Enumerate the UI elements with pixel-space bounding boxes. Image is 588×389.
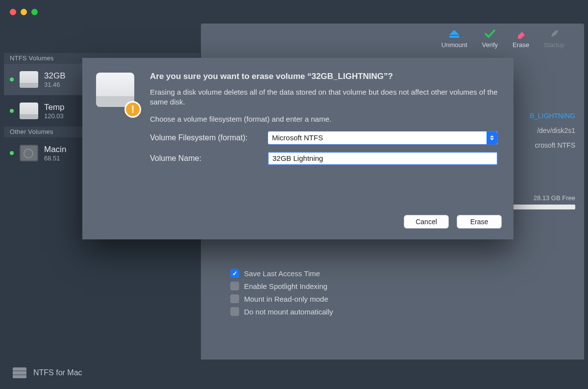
check-icon	[484, 28, 496, 39]
filesystem-select[interactable]: Microsoft NTFS	[268, 131, 498, 145]
erase-confirm-button[interactable]: Erase	[457, 215, 502, 229]
dialog-paragraph: Erasing a disk volume deletes all of the…	[150, 87, 498, 107]
option-no-automount[interactable]: Do not mount automatically	[230, 307, 333, 316]
volume-sub: 31.46	[44, 81, 65, 88]
dialog-title: Are you sure you want to erase volume “3…	[150, 72, 498, 81]
volume-sub: 120.03	[44, 112, 65, 120]
detail-mount: /dev/disk2s1	[537, 127, 575, 134]
drive-icon	[20, 71, 38, 88]
close-window-button[interactable]	[10, 9, 16, 15]
startup-button[interactable]: Startup	[544, 28, 564, 49]
minimize-window-button[interactable]	[21, 9, 27, 15]
status-dot-icon	[10, 151, 14, 155]
action-toolbar: Unmount Verify Erase Startup	[441, 28, 564, 49]
dialog-icon: !	[96, 73, 136, 113]
detail-name: B_LIGHTNING	[530, 112, 575, 120]
checkbox-icon	[230, 307, 239, 316]
detail-fs: crosoft NTFS	[535, 141, 575, 149]
svg-rect-0	[449, 36, 459, 38]
eject-icon	[448, 28, 461, 39]
app-icon	[13, 367, 26, 378]
option-label: Mount in Read-only mode	[244, 295, 328, 303]
option-read-only[interactable]: Mount in Read-only mode	[230, 294, 333, 303]
warning-badge-icon: !	[124, 101, 141, 118]
option-label: Do not mount automatically	[244, 308, 333, 316]
select-stepper-icon	[487, 131, 497, 144]
erase-button[interactable]: Erase	[513, 28, 529, 49]
volume-title: Macin	[44, 145, 66, 155]
hdd-icon	[20, 145, 38, 161]
filesystem-label: Volume Filesystem (format):	[150, 133, 268, 142]
volume-text: Temp 120.03	[44, 103, 65, 120]
filesystem-value: Microsoft NTFS	[272, 133, 323, 142]
maximize-window-button[interactable]	[31, 9, 38, 15]
volume-title: Temp	[44, 103, 65, 112]
option-enable-spotlight[interactable]: Enable Spotlight Indexing	[230, 282, 333, 290]
toolbar-label: Unmount	[441, 41, 467, 49]
volume-text: 32GB 31.46	[44, 71, 65, 88]
toolbar-label: Erase	[513, 41, 529, 49]
unmount-button[interactable]: Unmount	[441, 28, 467, 49]
window-header	[0, 0, 588, 24]
status-dot-icon	[10, 109, 14, 113]
checkbox-icon	[230, 282, 239, 290]
dialog-form: Volume Filesystem (format): Microsoft NT…	[150, 131, 498, 165]
rocket-icon	[548, 28, 561, 39]
mount-options: Save Last Access Time Enable Spotlight I…	[230, 269, 333, 316]
dialog-body: Are you sure you want to erase volume “3…	[150, 72, 498, 172]
verify-button[interactable]: Verify	[482, 28, 498, 49]
volume-title: 32GB	[44, 71, 65, 81]
erase-dialog: ! Are you sure you want to erase volume …	[82, 58, 514, 239]
cancel-button[interactable]: Cancel	[404, 215, 449, 229]
option-label: Enable Spotlight Indexing	[244, 282, 327, 290]
volume-text: Macin 68.51	[44, 145, 66, 162]
footer-title: NTFS for Mac	[33, 368, 82, 377]
volume-name-input[interactable]	[268, 152, 498, 165]
eraser-icon	[514, 28, 527, 39]
drive-icon	[20, 103, 38, 119]
dialog-paragraph: Choose a volume filesystem (format) and …	[150, 114, 498, 124]
dialog-buttons: Cancel Erase	[404, 215, 502, 229]
toolbar-label: Startup	[544, 41, 564, 49]
toolbar-label: Verify	[482, 41, 498, 49]
option-label: Save Last Access Time	[244, 269, 320, 278]
footer: NTFS for Mac	[4, 361, 584, 385]
status-dot-icon	[10, 78, 14, 81]
volume-sub: 68.51	[44, 155, 66, 162]
volume-name-label: Volume Name:	[150, 154, 268, 163]
checkbox-icon	[230, 294, 239, 303]
window-controls	[10, 9, 38, 15]
checkbox-icon	[230, 269, 239, 278]
option-save-last-access-time[interactable]: Save Last Access Time	[230, 269, 333, 278]
